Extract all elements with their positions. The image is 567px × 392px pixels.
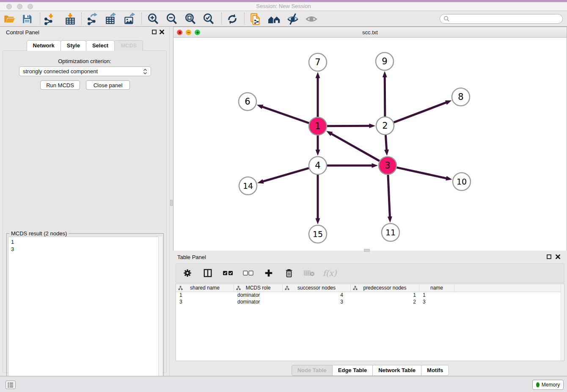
graph-edge-3-1[interactable] [330, 133, 379, 161]
mcds-result-title: MCDS result (2 nodes) [9, 230, 69, 237]
graph-edge-2-8[interactable] [394, 102, 447, 122]
hide-graphics-details-icon[interactable] [286, 12, 300, 26]
column-header-mcds-role[interactable]: MCDS role [234, 284, 283, 292]
graph-edge-2-3[interactable] [385, 135, 386, 151]
graph-edge-arrowhead [316, 150, 320, 156]
column-header-successor-nodes[interactable]: successor nodes [283, 284, 351, 292]
table-scrollbar[interactable] [561, 284, 564, 361]
graph-edge-1-2[interactable] [327, 126, 370, 126]
vertical-splitter-handle[interactable] [170, 200, 173, 206]
import-network-icon[interactable] [43, 12, 56, 26]
close-panel-button[interactable]: Close panel [86, 80, 130, 90]
column-header-predecessor-nodes[interactable]: predecessor nodes [351, 284, 419, 292]
function-builder-icon: f(x) [324, 268, 335, 279]
graph-edge-4-14[interactable] [262, 168, 309, 182]
unselect-all-columns-icon[interactable] [243, 268, 254, 279]
graph-edge-3-10[interactable] [396, 168, 447, 179]
main-toolbar [0, 11, 567, 27]
tab-node-table[interactable]: Node Table [292, 365, 333, 376]
app-title-bar: Session: New Session [0, 0, 567, 11]
optimization-criterion-label: Optimization criterion: [3, 58, 166, 64]
select-all-columns-icon[interactable] [223, 268, 234, 279]
table-cell: 1 [419, 292, 454, 299]
show-log-console-button[interactable] [6, 381, 16, 389]
export-table-icon[interactable] [104, 12, 118, 26]
zoom-out-icon[interactable] [165, 12, 179, 26]
tab-motifs[interactable]: Motifs [421, 365, 449, 376]
table-panel-float-icon[interactable] [547, 254, 551, 259]
table-cell: 3 [283, 299, 351, 306]
table-cell: 1 [176, 292, 234, 299]
tab-select[interactable]: Select [86, 40, 115, 51]
select-stepper-icon [143, 69, 147, 75]
column-settings-gear-icon[interactable] [182, 268, 193, 279]
network-view-window: scc.txt 7968124314101511 [173, 27, 567, 251]
add-column-icon[interactable] [263, 268, 274, 279]
criterion-selected-value: strongly connected component [23, 68, 143, 75]
graph-edge-3-11[interactable] [388, 175, 390, 218]
tab-network-table[interactable]: Network Table [372, 365, 421, 376]
mcds-result-scrollbar[interactable] [158, 237, 162, 392]
table-panel-tabs: Node Table Edge Table Network Table Moti… [173, 365, 567, 376]
table-row[interactable]: 1dominator411 [176, 292, 564, 299]
network-window-title-bar[interactable]: scc.txt [173, 27, 567, 38]
delete-table-icon [304, 268, 315, 279]
search-box[interactable] [440, 14, 563, 24]
graph-edge-arrowhead [445, 98, 452, 105]
node-table: shared name MCDS role successor nodes pr… [176, 284, 564, 361]
table-panel-close-icon[interactable] [555, 254, 561, 259]
export-image-icon[interactable] [123, 12, 136, 26]
new-network-from-selection-icon[interactable] [249, 12, 262, 26]
run-mcds-button[interactable]: Run MCDS [40, 80, 80, 90]
memory-button[interactable]: Memory [532, 380, 564, 390]
table-cell: 4 [283, 292, 351, 299]
save-session-icon[interactable] [20, 12, 34, 26]
column-header-name[interactable]: name [419, 284, 454, 292]
table-cell: 3 [419, 299, 454, 306]
open-file-icon[interactable] [3, 12, 16, 26]
mcds-result-group: MCDS result (2 nodes) 1 3 [6, 233, 164, 392]
tab-mcds[interactable]: MCDS [114, 40, 143, 51]
table-row[interactable]: 3dominator323 [176, 299, 564, 306]
table-cell: dominator [234, 299, 283, 306]
float-panel-icon[interactable] [152, 30, 157, 34]
network-graph: 7968124314101511 [173, 38, 567, 251]
window-title: Session: New Session [0, 3, 567, 9]
graph-node-label: 7 [315, 57, 320, 67]
optimization-criterion-select[interactable]: strongly connected component [19, 66, 151, 76]
graph-edge-arrowhead [388, 216, 393, 223]
zoom-selected-icon[interactable] [202, 12, 215, 26]
delete-column-icon[interactable] [284, 268, 295, 279]
horizontal-splitter-handle[interactable] [364, 249, 370, 252]
close-panel-icon[interactable] [159, 29, 165, 35]
graph-edge-2-9[interactable] [385, 76, 385, 116]
graph-edge-1-6[interactable] [261, 107, 309, 123]
graph-node-label: 14 [243, 181, 253, 190]
zoom-fit-icon[interactable] [184, 12, 197, 26]
memory-label: Memory [542, 382, 560, 388]
import-table-icon[interactable] [63, 12, 77, 26]
export-network-icon[interactable] [86, 12, 99, 26]
control-panel-tabs: Network Style Select MCDS [0, 40, 169, 51]
graph-node-label: 11 [385, 228, 396, 237]
tab-style[interactable]: Style [61, 40, 86, 51]
control-panel-title: Control Panel [6, 29, 39, 36]
show-column-icon[interactable] [202, 268, 213, 279]
mcds-result-textarea[interactable]: 1 3 [8, 237, 162, 392]
node-table-header: shared name MCDS role successor nodes pr… [176, 284, 564, 292]
search-input[interactable] [452, 16, 562, 22]
table-cell: 2 [351, 299, 419, 306]
network-canvas[interactable]: 7968124314101511 [173, 38, 567, 251]
tab-network[interactable]: Network [27, 40, 61, 51]
table-cell: 1 [351, 292, 419, 299]
first-neighbors-icon[interactable] [267, 12, 281, 26]
column-header-shared-name[interactable]: shared name [176, 284, 234, 292]
graph-node-label: 2 [382, 121, 388, 131]
vertical-splitter[interactable] [169, 27, 173, 376]
zoom-in-icon[interactable] [146, 12, 160, 26]
apply-layout-icon[interactable] [226, 12, 239, 26]
control-panel: Control Panel Network Style Select MCDS … [0, 27, 169, 376]
search-icon [443, 16, 450, 22]
graph-node-label: 4 [315, 160, 320, 171]
tab-edge-table[interactable]: Edge Table [332, 365, 373, 376]
